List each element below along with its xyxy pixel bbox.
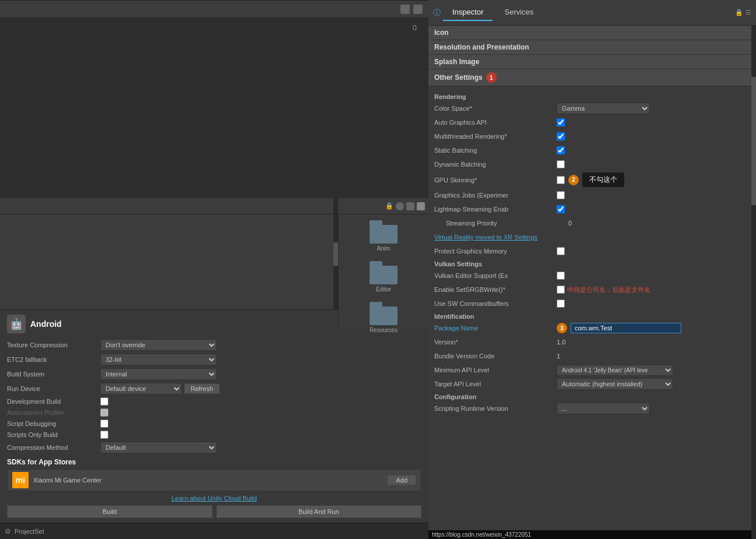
lock-icon[interactable] [400,5,410,14]
bundle-version-code-row: Bundle Version Code 1 [434,350,750,362]
section-splash-label: Splash Image [434,58,479,66]
folder-icon-resources [370,302,398,325]
vulkan-editor-support-row: Vulkan Editor Support (Ex [434,270,750,281]
protect-graphics-checkbox[interactable] [557,247,565,255]
protect-graphics-row: Protect Graphics Memory [434,245,750,257]
autoconnect-profiler-label: Autoconnect Profiler [7,409,100,416]
package-name-label: Package Name [434,325,557,332]
build-system-label: Build System [7,371,100,378]
version-value: 1.0 [557,339,750,346]
sdk-xiaomi-row: mi Xiaomi Mi Game Center Add [7,469,421,491]
lightmap-streaming-checkbox[interactable] [557,205,565,213]
script-debugging-checkbox[interactable] [100,420,108,428]
toolbar-icon-star[interactable] [417,202,425,210]
file-item-anim[interactable]: Anim [339,216,428,256]
build-button[interactable]: Build [7,505,213,518]
graphics-jobs-checkbox[interactable] [557,191,565,199]
etc2-fallback-select[interactable]: 32-bit [100,354,217,365]
section-header-splash[interactable]: Splash Image [428,55,756,69]
tab-services[interactable]: Services [495,4,543,21]
lock-panel-icon[interactable]: 🔒 [735,9,743,16]
development-build-checkbox[interactable] [100,397,108,406]
compression-method-select[interactable]: Default [100,442,217,453]
srgb-annotation: 中间是公司名，后面是文件名 [567,286,650,294]
toolbar-icon-tag[interactable] [406,202,414,210]
scripting-runtime-select[interactable]: ... [557,403,650,414]
refresh-button[interactable]: Refresh [184,383,220,394]
static-batching-label: Static Batching [434,147,557,154]
texture-compression-label: Texture Compression [7,341,100,348]
script-debugging-row: Script Debugging [7,420,421,428]
tab-inspector[interactable]: Inspector [443,4,493,21]
scripts-only-build-row: Scripts Only Build [7,431,421,439]
version-row: Version* 1.0 [434,336,750,348]
vr-settings-link[interactable]: Virtual Reality moved to XR Settings [434,234,537,241]
srgb-write-label: Enable SetSRGBWrite()* [434,286,557,293]
auto-graphics-api-checkbox[interactable] [557,118,565,126]
project-set-label: ProjectSet [15,528,44,535]
file-item-editor[interactable]: Editor [339,256,428,297]
inspector-scrollbar-track [751,26,756,539]
build-system-select[interactable]: Internal [100,368,217,380]
other-settings-content: Rendering Color Space* Gamma Auto Graphi… [428,86,756,420]
bundle-version-code-label: Bundle Version Code [434,353,557,360]
run-device-row: Run Device Default device Refresh [7,383,421,394]
inspector-scrollbar-thumb[interactable] [751,77,756,205]
file-label-anim: Anim [377,245,391,252]
srgb-write-checkbox[interactable] [557,286,565,294]
autoconnect-profiler-checkbox[interactable] [100,408,108,417]
sdk-add-button[interactable]: Add [387,475,416,485]
graphics-jobs-label: Graphics Jobs (Experimer [434,192,557,199]
streaming-priority-value: 0 [568,220,750,227]
section-icon-label: Icon [434,29,449,37]
section-header-icon[interactable]: Icon [428,26,756,40]
scripting-runtime-row: Scripting Runtime Version ... [434,403,750,414]
android-title: Android [30,319,62,329]
panel-menu-icon[interactable]: ☰ [746,9,751,16]
url-tooltip: https://blog.csdn.net/weixin_43722051 [428,530,756,539]
folder-icon-editor [370,261,398,284]
left-panel: 0 🔒 Add Open Scenes Anim Editor [0,0,428,539]
scroll-thumb[interactable] [333,242,338,266]
min-api-level-select[interactable]: Android 4.1 'Jelly Bean' (API leve [557,365,673,376]
dynamic-batching-label: Dynamic Batching [434,161,557,168]
build-buttons: Build Build And Run [7,505,421,518]
autoconnect-profiler-row: Autoconnect Profiler [7,408,421,417]
file-item-resources[interactable]: Resources [339,297,428,338]
menu-icon[interactable] [413,5,423,14]
identification-label: Identification [434,313,750,320]
section-header-other-settings[interactable]: Other Settings 1 [428,69,756,86]
scene-toolbar [0,0,428,17]
inspector-body: Icon Resolution and Presentation Splash … [428,26,756,539]
run-device-select[interactable]: Default device [100,383,182,394]
sw-commandbuffers-checkbox[interactable] [557,300,565,308]
target-api-level-select[interactable]: Automatic (highest installed) [557,378,673,390]
lightmap-streaming-row: Lightmap Streaming Enab [434,203,750,215]
project-bottom-bar: ⚙ ProjectSet [0,523,428,539]
xiaomi-icon: mi [12,472,29,488]
development-build-label: Development Build [7,398,100,405]
folder-icon-anim [370,220,398,244]
scripts-only-build-checkbox[interactable] [100,431,108,439]
min-api-level-label: Minimum API Level [434,367,557,374]
middle-area: 🔒 Add Open Scenes Anim Editor Resources [0,198,428,309]
build-and-run-button[interactable]: Build And Run [216,505,422,518]
cloud-build-link[interactable]: Learn about Unity Cloud Build [7,495,421,502]
auto-graphics-api-label: Auto Graphics API [434,119,557,126]
rendering-label: Rendering [434,93,750,100]
gpu-skinning-checkbox[interactable] [557,176,565,184]
toolbar-icon-person[interactable] [396,202,404,210]
toolbar-icon-lock: 🔒 [385,202,393,210]
static-batching-checkbox[interactable] [557,146,565,154]
dynamic-batching-row: Dynamic Batching [434,158,750,170]
vulkan-editor-support-label: Vulkan Editor Support (Ex [434,272,557,279]
multithreaded-rendering-checkbox[interactable] [557,132,565,140]
development-build-row: Development Build [7,397,421,406]
section-header-resolution[interactable]: Resolution and Presentation [428,40,756,55]
color-space-select[interactable]: Gamma [557,103,650,114]
dynamic-batching-checkbox[interactable] [557,160,565,168]
vulkan-editor-support-checkbox[interactable] [557,272,565,280]
version-label: Version* [434,339,557,346]
package-name-input[interactable] [571,323,681,333]
texture-compression-select[interactable]: Don't override [100,339,217,351]
